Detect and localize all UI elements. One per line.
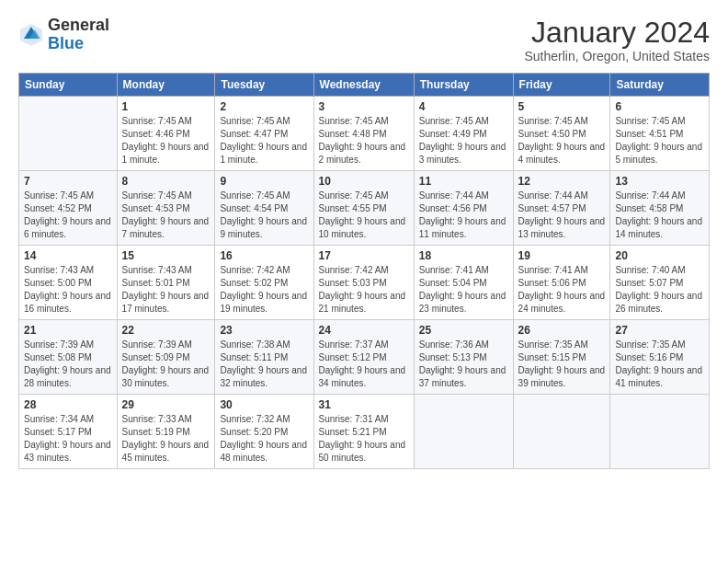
day-info: Sunrise: 7:38 AMSunset: 5:11 PMDaylight:… — [220, 339, 308, 390]
calendar: Sunday Monday Tuesday Wednesday Thursday… — [18, 73, 710, 469]
day-info: Sunrise: 7:40 AMSunset: 5:07 PMDaylight:… — [615, 264, 704, 316]
day-info: Sunrise: 7:45 AMSunset: 4:51 PMDaylight:… — [615, 115, 704, 167]
day-number: 16 — [220, 249, 308, 262]
day-number: 21 — [24, 324, 112, 337]
table-row: 30Sunrise: 7:32 AMSunset: 5:20 PMDayligh… — [215, 395, 313, 469]
day-number: 30 — [220, 398, 308, 411]
table-row: 18Sunrise: 7:41 AMSunset: 5:04 PMDayligh… — [414, 246, 513, 320]
table-row: 8Sunrise: 7:45 AMSunset: 4:53 PMDaylight… — [117, 171, 215, 246]
day-info: Sunrise: 7:31 AMSunset: 5:21 PMDaylight:… — [319, 413, 409, 465]
day-info: Sunrise: 7:32 AMSunset: 5:20 PMDaylight:… — [220, 413, 308, 465]
day-number: 6 — [615, 100, 704, 113]
col-monday: Monday — [117, 74, 215, 97]
calendar-week-row: 28Sunrise: 7:34 AMSunset: 5:17 PMDayligh… — [19, 395, 710, 469]
table-row: 6Sunrise: 7:45 AMSunset: 4:51 PMDaylight… — [610, 97, 710, 171]
day-number: 7 — [24, 175, 112, 188]
day-info: Sunrise: 7:43 AMSunset: 5:00 PMDaylight:… — [24, 264, 112, 316]
day-info: Sunrise: 7:45 AMSunset: 4:46 PMDaylight:… — [122, 115, 210, 167]
day-info: Sunrise: 7:37 AMSunset: 5:12 PMDaylight:… — [319, 339, 409, 390]
day-number: 13 — [615, 175, 704, 188]
logo-general: General — [48, 16, 109, 34]
day-number: 1 — [122, 100, 210, 113]
day-info: Sunrise: 7:44 AMSunset: 4:58 PMDaylight:… — [615, 190, 704, 241]
table-row — [414, 395, 513, 469]
day-info: Sunrise: 7:43 AMSunset: 5:01 PMDaylight:… — [122, 264, 210, 316]
day-info: Sunrise: 7:42 AMSunset: 5:03 PMDaylight:… — [319, 264, 409, 316]
calendar-header-row: Sunday Monday Tuesday Wednesday Thursday… — [19, 74, 710, 97]
day-info: Sunrise: 7:45 AMSunset: 4:50 PMDaylight:… — [518, 115, 606, 167]
day-number: 18 — [419, 249, 508, 262]
day-info: Sunrise: 7:45 AMSunset: 4:53 PMDaylight:… — [122, 190, 210, 241]
col-saturday: Saturday — [610, 74, 710, 97]
table-row: 3Sunrise: 7:45 AMSunset: 4:48 PMDaylight… — [313, 97, 414, 171]
table-row: 20Sunrise: 7:40 AMSunset: 5:07 PMDayligh… — [610, 246, 710, 320]
day-info: Sunrise: 7:41 AMSunset: 5:06 PMDaylight:… — [518, 264, 606, 316]
header: General Blue January 2024 Sutherlin, Ore… — [18, 17, 710, 63]
day-number: 5 — [518, 100, 606, 113]
table-row: 15Sunrise: 7:43 AMSunset: 5:01 PMDayligh… — [117, 246, 215, 320]
table-row — [610, 395, 710, 469]
table-row: 26Sunrise: 7:35 AMSunset: 5:15 PMDayligh… — [513, 320, 610, 395]
table-row — [19, 97, 118, 171]
day-number: 29 — [122, 398, 210, 411]
table-row: 27Sunrise: 7:35 AMSunset: 5:16 PMDayligh… — [610, 320, 710, 395]
logo-text: General Blue — [48, 17, 109, 53]
col-tuesday: Tuesday — [215, 74, 313, 97]
day-number: 27 — [615, 324, 704, 337]
day-number: 2 — [220, 100, 308, 113]
table-row: 1Sunrise: 7:45 AMSunset: 4:46 PMDaylight… — [117, 97, 215, 171]
table-row: 5Sunrise: 7:45 AMSunset: 4:50 PMDaylight… — [513, 97, 610, 171]
day-number: 24 — [319, 324, 409, 337]
col-thursday: Thursday — [414, 74, 513, 97]
day-info: Sunrise: 7:41 AMSunset: 5:04 PMDaylight:… — [419, 264, 508, 316]
day-number: 15 — [122, 249, 210, 262]
col-sunday: Sunday — [19, 74, 118, 97]
day-number: 19 — [518, 249, 606, 262]
logo: General Blue — [18, 17, 109, 53]
day-number: 26 — [518, 324, 606, 337]
day-number: 25 — [419, 324, 508, 337]
day-info: Sunrise: 7:45 AMSunset: 4:54 PMDaylight:… — [220, 190, 308, 241]
table-row: 9Sunrise: 7:45 AMSunset: 4:54 PMDaylight… — [215, 171, 313, 246]
day-number: 20 — [615, 249, 704, 262]
table-row — [513, 395, 610, 469]
table-row: 23Sunrise: 7:38 AMSunset: 5:11 PMDayligh… — [215, 320, 313, 395]
day-info: Sunrise: 7:39 AMSunset: 5:09 PMDaylight:… — [122, 339, 210, 390]
day-info: Sunrise: 7:42 AMSunset: 5:02 PMDaylight:… — [220, 264, 308, 316]
table-row: 11Sunrise: 7:44 AMSunset: 4:56 PMDayligh… — [414, 171, 513, 246]
day-info: Sunrise: 7:45 AMSunset: 4:49 PMDaylight:… — [419, 115, 508, 167]
table-row: 10Sunrise: 7:45 AMSunset: 4:55 PMDayligh… — [313, 171, 414, 246]
day-number: 11 — [419, 175, 508, 188]
day-number: 23 — [220, 324, 308, 337]
day-number: 3 — [319, 100, 409, 113]
table-row: 22Sunrise: 7:39 AMSunset: 5:09 PMDayligh… — [117, 320, 215, 395]
calendar-week-row: 7Sunrise: 7:45 AMSunset: 4:52 PMDaylight… — [19, 171, 710, 246]
table-row: 31Sunrise: 7:31 AMSunset: 5:21 PMDayligh… — [313, 395, 414, 469]
day-info: Sunrise: 7:44 AMSunset: 4:56 PMDaylight:… — [419, 190, 508, 241]
table-row: 25Sunrise: 7:36 AMSunset: 5:13 PMDayligh… — [414, 320, 513, 395]
calendar-week-row: 21Sunrise: 7:39 AMSunset: 5:08 PMDayligh… — [19, 320, 710, 395]
day-number: 8 — [122, 175, 210, 188]
month-title: January 2024 — [524, 17, 710, 49]
table-row: 28Sunrise: 7:34 AMSunset: 5:17 PMDayligh… — [19, 395, 118, 469]
day-info: Sunrise: 7:33 AMSunset: 5:19 PMDaylight:… — [122, 413, 210, 465]
table-row: 21Sunrise: 7:39 AMSunset: 5:08 PMDayligh… — [19, 320, 118, 395]
logo-blue: Blue — [48, 34, 84, 52]
day-number: 31 — [319, 398, 409, 411]
day-number: 9 — [220, 175, 308, 188]
day-number: 17 — [319, 249, 409, 262]
table-row: 12Sunrise: 7:44 AMSunset: 4:57 PMDayligh… — [513, 171, 610, 246]
table-row: 14Sunrise: 7:43 AMSunset: 5:00 PMDayligh… — [19, 246, 118, 320]
table-row: 13Sunrise: 7:44 AMSunset: 4:58 PMDayligh… — [610, 171, 710, 246]
logo-icon — [18, 22, 44, 48]
calendar-week-row: 1Sunrise: 7:45 AMSunset: 4:46 PMDaylight… — [19, 97, 710, 171]
table-row: 4Sunrise: 7:45 AMSunset: 4:49 PMDaylight… — [414, 97, 513, 171]
day-info: Sunrise: 7:45 AMSunset: 4:48 PMDaylight:… — [319, 115, 409, 167]
day-info: Sunrise: 7:45 AMSunset: 4:55 PMDaylight:… — [319, 190, 409, 241]
table-row: 24Sunrise: 7:37 AMSunset: 5:12 PMDayligh… — [313, 320, 414, 395]
day-info: Sunrise: 7:45 AMSunset: 4:52 PMDaylight:… — [24, 190, 112, 241]
table-row: 19Sunrise: 7:41 AMSunset: 5:06 PMDayligh… — [513, 246, 610, 320]
day-info: Sunrise: 7:39 AMSunset: 5:08 PMDaylight:… — [24, 339, 112, 390]
day-info: Sunrise: 7:36 AMSunset: 5:13 PMDaylight:… — [419, 339, 508, 390]
col-wednesday: Wednesday — [313, 74, 414, 97]
